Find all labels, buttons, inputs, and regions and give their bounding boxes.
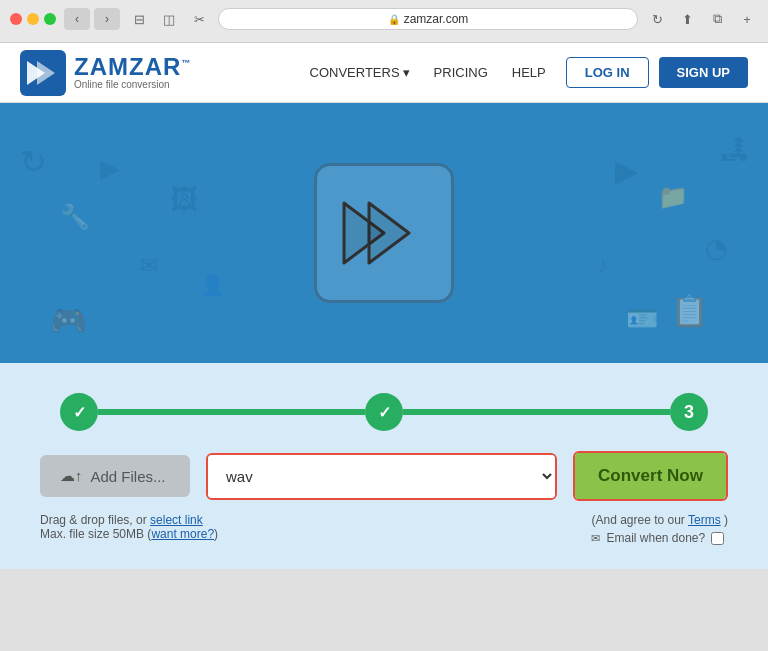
minimize-button[interactable]: [27, 13, 39, 25]
add-files-button[interactable]: ☁↑ Add Files...: [40, 455, 190, 497]
sketch-folder-icon: 📁: [658, 183, 688, 211]
hero-logo-box: [314, 163, 454, 303]
reader-button[interactable]: ◫: [158, 8, 180, 30]
login-button[interactable]: LOG IN: [566, 57, 649, 88]
svg-marker-1: [37, 61, 55, 85]
step-line-1-2: [98, 409, 365, 415]
logo-name: ZAMZAR™: [74, 55, 191, 79]
step-2-circle: ✓: [365, 393, 403, 431]
email-label: Email when done?: [606, 531, 705, 545]
logo-text: ZAMZAR™ Online file conversion: [74, 55, 191, 90]
step-3-circle: 3: [670, 393, 708, 431]
logo-icon: [20, 50, 66, 96]
traffic-lights: [10, 13, 56, 25]
controls-row: ☁↑ Add Files... wav mp3 mp4 avi pdf Conv…: [40, 451, 728, 501]
sketch-photo-icon: 🏞: [720, 133, 748, 166]
want-more-link[interactable]: want more?: [151, 527, 214, 541]
steps-bar: ✓ ✓ 3: [40, 393, 728, 431]
play-sketch-icon: [339, 198, 429, 268]
terms-text: (And agree to our: [591, 513, 684, 527]
convert-button-wrapper: Convert Now: [573, 451, 728, 501]
share-button[interactable]: ⬆: [676, 8, 698, 30]
sketch-email-icon: ✉: [140, 253, 158, 279]
step-line-2-3: [403, 409, 670, 415]
sketch-gamepad-icon: 🎮: [50, 303, 87, 338]
new-tab-button[interactable]: ⧉: [706, 8, 728, 30]
add-tab-button[interactable]: +: [736, 8, 758, 30]
format-select[interactable]: wav mp3 mp4 avi pdf: [208, 455, 555, 498]
sketch-play-icon: ▶: [615, 153, 638, 188]
back-button[interactable]: ‹: [64, 8, 90, 30]
drag-text: Drag & drop files, or: [40, 513, 147, 527]
svg-marker-5: [369, 203, 409, 263]
convert-now-button[interactable]: Convert Now: [575, 453, 726, 499]
nav-pricing[interactable]: PRICING: [434, 65, 488, 80]
email-icon: ✉: [591, 532, 600, 545]
maximize-button[interactable]: [44, 13, 56, 25]
logo-svg: [23, 53, 63, 93]
logo-tagline: Online file conversion: [74, 79, 191, 90]
terms-close: ): [724, 513, 728, 527]
chevron-down-icon: ▾: [403, 65, 410, 80]
sketch-image-icon: 🖼: [170, 183, 198, 216]
nav-converters[interactable]: CONVERTERS ▾: [310, 65, 410, 80]
sketch-arrow-icon: ▶: [100, 153, 120, 184]
url-text: zamzar.com: [404, 12, 469, 26]
add-files-label: Add Files...: [91, 468, 166, 485]
email-row: ✉ Email when done?: [591, 531, 728, 545]
refresh-button[interactable]: ↻: [646, 8, 668, 30]
bottom-info: Drag & drop files, or select link Max. f…: [40, 513, 728, 545]
lock-icon: 🔒: [388, 14, 400, 25]
hero-section: ↻ 🔧 ▶ ✉ 🖼 👤 🎮 🏞 📁 ◔ ▶ ♪ 📋 🪪: [0, 103, 768, 363]
terms-link[interactable]: Terms: [688, 513, 721, 527]
terms-info: (And agree to our Terms ) ✉ Email when d…: [591, 513, 728, 545]
format-select-wrapper: wav mp3 mp4 avi pdf: [206, 453, 557, 500]
upload-icon: ☁↑: [60, 467, 83, 485]
address-bar[interactable]: 🔒 zamzar.com: [218, 8, 638, 30]
sketch-briefcase-icon: 📋: [671, 293, 708, 328]
drag-info: Drag & drop files, or select link Max. f…: [40, 513, 218, 541]
max-size-text: Max. file size 50MB (: [40, 527, 151, 541]
nav-help[interactable]: HELP: [512, 65, 546, 80]
step-1-checkmark: ✓: [73, 403, 86, 422]
forward-button[interactable]: ›: [94, 8, 120, 30]
nav-links: CONVERTERS ▾ PRICING HELP: [310, 65, 546, 80]
step-2-checkmark: ✓: [378, 403, 391, 422]
signup-button[interactable]: SIGN UP: [659, 57, 748, 88]
logo-area: ZAMZAR™ Online file conversion: [20, 50, 191, 96]
logo-tm: ™: [181, 58, 191, 68]
sketch-id-icon: 🪪: [626, 303, 658, 334]
email-checkbox[interactable]: [711, 532, 724, 545]
sketch-refresh-icon: ↻: [20, 143, 47, 181]
converters-label: CONVERTERS: [310, 65, 400, 80]
converter-panel: ✓ ✓ 3 ☁↑ Add Files... wav mp3 mp4 avi pd…: [0, 363, 768, 569]
nav-buttons-right: LOG IN SIGN UP: [566, 57, 748, 88]
step-3-label: 3: [684, 402, 694, 423]
select-link[interactable]: select link: [150, 513, 203, 527]
sketch-chart-icon: ◔: [705, 233, 728, 264]
sidebar-toggle-button[interactable]: ⊟: [128, 8, 150, 30]
sketch-note-icon: ♪: [597, 253, 608, 279]
close-button[interactable]: [10, 13, 22, 25]
screenshot-button[interactable]: ✂: [188, 8, 210, 30]
browser-chrome: ‹ › ⊟ ◫ ✂ 🔒 zamzar.com ↻ ⬆ ⧉ +: [0, 0, 768, 43]
sketch-person-icon: 👤: [200, 273, 225, 297]
navbar: ZAMZAR™ Online file conversion CONVERTER…: [0, 43, 768, 103]
logo-wordmark: ZAMZAR: [74, 53, 181, 80]
sketch-wrench-icon: 🔧: [60, 203, 90, 231]
browser-nav-buttons: ‹ ›: [64, 8, 120, 30]
step-1-circle: ✓: [60, 393, 98, 431]
